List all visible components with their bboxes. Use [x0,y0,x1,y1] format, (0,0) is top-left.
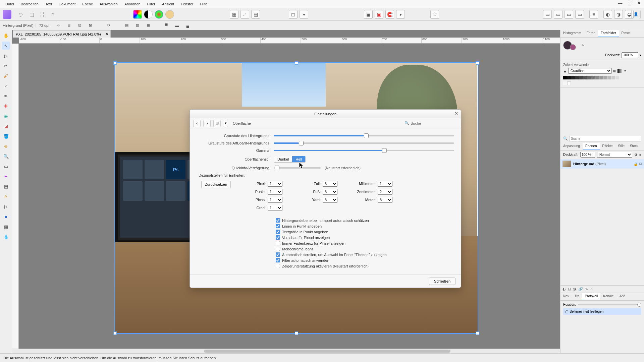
swatch-menu-icon[interactable]: ≡ [624,69,626,73]
menu-fenster[interactable]: Fenster [177,1,197,7]
share-icon[interactable]: ⋔ [49,10,57,19]
ctx-icon-1[interactable]: ⊹ [55,22,62,29]
menu-bearbeiten[interactable]: Bearbeiten [17,1,42,7]
dropdown-icon[interactable]: ▾ [300,10,308,19]
layer-row[interactable]: Hintergrund (Pixel) 🔒 ☑ [560,159,644,169]
nav-tab-protokoll[interactable]: Protokoll [582,293,600,300]
tab-brush[interactable]: Pinsel [619,30,633,37]
check-lines-pt[interactable] [276,224,280,228]
layer-mask-icon[interactable]: ⊡ [568,287,571,291]
layer-visible-icon[interactable]: ☑ [639,162,642,166]
window-maximize-icon[interactable]: ▢ [627,1,632,5]
swatch-item[interactable] [615,76,619,79]
color-wheel-icon[interactable] [133,10,142,19]
magic-tool-icon[interactable]: ✦ [2,172,10,180]
ctx-valign-b-icon[interactable]: ▄ [184,22,192,29]
menu-anordnen[interactable]: Anordnen [121,1,144,7]
check-crosshair[interactable] [276,241,280,245]
check-text-pt[interactable] [276,230,280,234]
hand-tool-icon[interactable]: ✋ [2,32,10,40]
ctx-icon-3[interactable]: ⊡ [76,22,84,29]
tab-stock[interactable]: Stock [627,143,641,150]
swatch-item[interactable] [620,76,623,79]
unit-grad-select[interactable]: 1 [268,205,282,211]
selection-handle[interactable] [113,331,117,335]
swatch-palette-select[interactable]: Grautöne [568,68,612,74]
menu-dokument[interactable]: Dokument [55,1,79,7]
tooltip-delay-thumb[interactable] [275,166,279,170]
snap-icon[interactable]: ▣ [364,10,373,19]
swatch-item[interactable] [563,76,567,79]
bg-gray-slider-thumb[interactable] [364,133,369,138]
arrange-4-icon[interactable]: ▭ [575,10,584,19]
swatch-item[interactable] [591,76,595,79]
dialog-search-input[interactable] [411,121,458,125]
unit-cm-select[interactable]: 2 [378,189,392,195]
swatch-item[interactable] [599,76,603,79]
unit-yard-select[interactable]: 3 [323,197,337,203]
check-pointer[interactable] [276,264,280,268]
reset-units-button[interactable]: Zurücksetzen [201,181,231,188]
bg-color-icon[interactable] [570,44,576,50]
opacity-stepper-icon[interactable]: ▾ [640,53,641,57]
mixer-tool-icon[interactable]: ◉ [2,112,10,120]
swatch-item[interactable] [567,81,571,85]
selection-handle[interactable] [476,331,479,335]
diagonal-icon[interactable]: ⟋ [240,10,249,19]
layer-opacity-input[interactable] [580,152,595,158]
layer-adj-icon[interactable]: ◑ [573,287,576,291]
mesh-tool-icon[interactable]: ▦ [2,223,10,231]
swatch-item[interactable] [567,76,571,79]
unit-pixel-select[interactable]: 1 [268,181,282,187]
check-mono-icons[interactable] [276,247,280,251]
gamma-slider[interactable] [274,150,454,151]
text-tool-icon[interactable]: A [2,192,10,200]
dialog-forward-button[interactable]: > [203,120,211,127]
pointer-tool-icon[interactable]: ▷ [2,202,10,210]
tab-adjustment[interactable]: Anpassung [560,143,583,150]
unit-punkt-select[interactable]: 1 [268,189,282,195]
selection-handle[interactable] [295,61,298,65]
layer-gear-icon[interactable]: ⚙ [634,153,637,157]
window-close-icon[interactable]: ✕ [637,1,641,5]
tab-close-icon[interactable]: ✕ [105,32,108,36]
document-tab[interactable]: PXL_20230105_140800269.PORTRAIT.jpg (42.… [13,30,111,38]
dialog-close-icon[interactable]: ✕ [454,111,458,116]
tooltip-delay-slider[interactable] [274,167,321,169]
check-protect-bg[interactable] [276,218,280,223]
nav-tab-kanaele[interactable]: Kanäle [600,293,616,300]
move-tool-icon[interactable]: ↖ [2,42,10,50]
persona-icon[interactable]: 👤 [631,10,641,19]
clone-tool-icon[interactable]: ⊕ [2,142,10,150]
swatch-item[interactable] [583,76,587,79]
canvas-hscrollbar[interactable] [12,349,560,353]
sync-icon[interactable]: ◌ [16,10,25,19]
ctx-valign-m-icon[interactable]: ▬ [173,22,181,29]
healing-tool-icon[interactable]: ✚ [2,102,10,110]
menu-auswaehlen[interactable]: Auswählen [96,1,121,7]
layer-del-icon[interactable]: ✕ [590,287,593,291]
swatch-item[interactable] [587,76,591,79]
unit-picas-select[interactable]: 1 [268,197,282,203]
zoom-tool-icon[interactable]: 🔍 [2,152,10,160]
dialog-back-button[interactable]: < [193,120,201,127]
check-autofilter[interactable] [276,258,280,262]
swatch-item[interactable] [607,76,611,79]
layer-menu-icon[interactable]: ≡ [639,153,641,157]
swatch-item[interactable] [571,76,575,79]
tab-swatches[interactable]: Farbfelder [598,30,619,37]
dialog-grid-button[interactable]: ⊞ [213,120,221,127]
menu-ebene[interactable]: Ebene [79,1,96,7]
swatch-item[interactable] [611,76,615,79]
menu-ansicht[interactable]: Ansicht [159,1,177,7]
selection-handle[interactable] [476,61,479,65]
menu-hilfe[interactable]: Hilfe [197,1,211,7]
swatch-view-icon[interactable]: ⊞ [613,69,616,73]
ui-style-dark-button[interactable]: Dunkel [274,156,292,162]
dialog-close-button[interactable]: Schließen [429,278,455,285]
arrange-3-icon[interactable]: ▭ [565,10,573,19]
lock-icon[interactable]: 🛡 [430,10,439,19]
snap-red-icon[interactable]: ▣ [375,10,383,19]
unit-mm-select[interactable]: 1 [378,181,392,187]
layer-curve-icon[interactable]: ∿ [585,287,588,291]
